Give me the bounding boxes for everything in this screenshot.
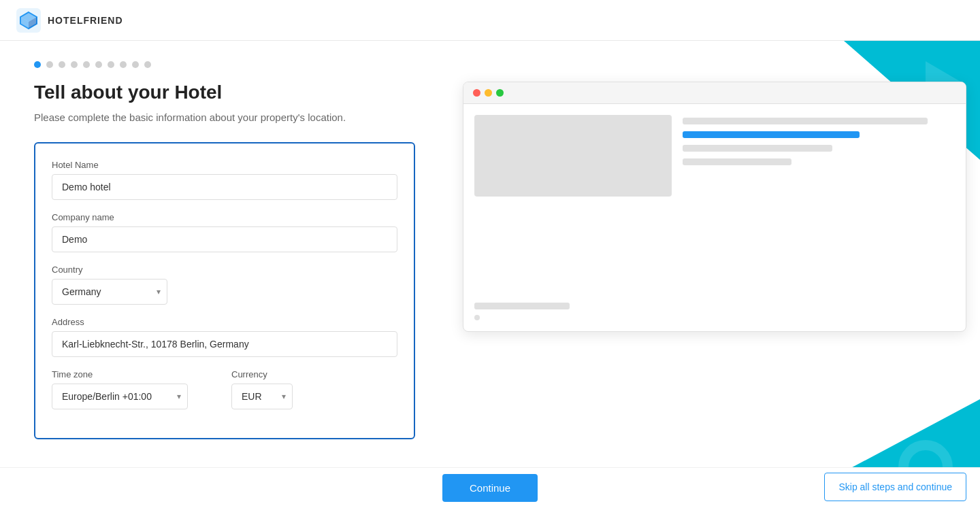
page-subtitle: Please complete the basic information ab… [34,110,415,126]
timezone-label: Time zone [52,369,218,379]
skip-button[interactable]: Skip all steps and continue [824,473,966,501]
currency-select-wrapper: EUR USD GBP CHF ▾ [231,384,293,409]
logo: HOTELFRIEND [16,8,123,33]
continue-button[interactable]: Continue [442,474,538,502]
footer-bar: Continue Skip all steps and continue [0,467,980,508]
browser-content [463,104,966,294]
timezone-group: Time zone Europe/Berlin +01:00 Europe/Lo… [52,369,218,409]
country-group: Country Germany Austria Switzerland Fran… [52,265,397,305]
browser-close-dot [473,89,480,97]
form-card: Hotel Name Company name Country Germany … [34,142,415,439]
step-dot-1 [46,61,53,68]
browser-footer-dot [474,315,480,320]
browser-footer [463,294,966,331]
company-name-input[interactable] [52,226,397,252]
step-dot-0 [34,61,41,68]
currency-group: Currency EUR USD GBP CHF ▾ [231,369,397,422]
browser-line-1 [683,118,928,124]
left-panel: Tell about your Hotel Please complete th… [0,41,449,508]
country-select-wrapper: Germany Austria Switzerland France Italy… [52,279,167,305]
step-dot-7 [120,61,127,68]
browser-maximize-dot [496,89,504,97]
right-panel [449,41,980,508]
browser-image-placeholder [474,115,672,197]
header: HOTELFRIEND [0,0,980,41]
timezone-currency-row: Time zone Europe/Berlin +01:00 Europe/Lo… [52,369,397,422]
browser-text-lines [683,115,955,284]
logo-icon [16,8,41,33]
country-label: Country [52,265,397,275]
step-dot-4 [83,61,90,68]
step-dot-6 [108,61,114,68]
currency-label: Currency [231,369,397,379]
step-dot-8 [132,61,139,68]
page-title: Tell about your Hotel [34,82,415,103]
step-dot-3 [71,61,78,68]
step-dot-5 [95,61,102,68]
browser-minimize-dot [485,89,492,97]
address-group: Address [52,317,397,357]
timezone-select-wrapper: Europe/Berlin +01:00 Europe/London +00:0… [52,384,188,409]
hotel-name-input[interactable] [52,174,397,200]
browser-line-3 [683,145,832,152]
logo-text: HOTELFRIEND [48,15,123,26]
main-content: Tell about your Hotel Please complete th… [0,41,980,508]
browser-title-bar [463,82,966,104]
currency-select[interactable]: EUR USD GBP CHF [231,384,293,409]
step-dot-9 [144,61,151,68]
address-label: Address [52,317,397,327]
hotel-name-group: Hotel Name [52,160,397,200]
browser-line-2 [683,131,860,138]
address-input[interactable] [52,331,397,357]
step-dot-2 [59,61,65,68]
company-name-label: Company name [52,212,397,222]
browser-line-4 [683,158,791,165]
browser-footer-line [474,303,570,309]
mock-browser [463,82,966,332]
hotel-name-label: Hotel Name [52,160,397,170]
timezone-select[interactable]: Europe/Berlin +01:00 Europe/London +00:0… [52,384,188,409]
step-dots [34,61,415,68]
country-select[interactable]: Germany Austria Switzerland France Italy [52,279,167,305]
company-name-group: Company name [52,212,397,252]
